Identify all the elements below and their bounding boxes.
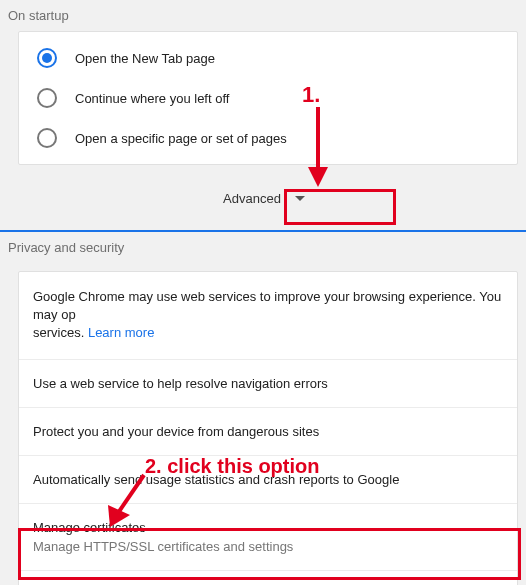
privacy-intro: Google Chrome may use web services to im… — [19, 272, 517, 360]
row-title: Manage certificates — [33, 520, 503, 535]
advanced-label: Advanced — [223, 191, 281, 206]
privacy-row-manage-certificates[interactable]: Manage certificates Manage HTTPS/SSL cer… — [19, 504, 517, 571]
privacy-row-usage-stats[interactable]: Automatically send usage statistics and … — [19, 456, 517, 504]
section-header-startup: On startup — [0, 0, 526, 31]
row-title: Automatically send usage statistics and … — [33, 472, 399, 487]
privacy-row-content-settings[interactable]: Content settings Control what informatio… — [19, 571, 517, 585]
privacy-intro-text-2: services. — [33, 325, 88, 340]
advanced-bar: Advanced — [0, 165, 526, 230]
row-subtitle: Manage HTTPS/SSL certificates and settin… — [33, 539, 503, 554]
radio-option-new-tab[interactable]: Open the New Tab page — [19, 38, 517, 78]
radio-option-continue[interactable]: Continue where you left off — [19, 78, 517, 118]
radio-icon — [37, 48, 57, 68]
privacy-intro-text-1: Google Chrome may use web services to im… — [33, 289, 501, 322]
radio-label: Open a specific page or set of pages — [75, 131, 287, 146]
chevron-down-icon — [295, 196, 305, 201]
radio-label: Continue where you left off — [75, 91, 229, 106]
section-header-privacy: Privacy and security — [0, 232, 526, 263]
startup-card: Open the New Tab page Continue where you… — [18, 31, 518, 165]
radio-label: Open the New Tab page — [75, 51, 215, 66]
learn-more-link[interactable]: Learn more — [88, 325, 154, 340]
advanced-button[interactable]: Advanced — [207, 183, 319, 214]
privacy-card: Google Chrome may use web services to im… — [18, 271, 518, 585]
radio-option-specific-pages[interactable]: Open a specific page or set of pages — [19, 118, 517, 158]
row-title: Protect you and your device from dangero… — [33, 424, 319, 439]
privacy-row-nav-errors[interactable]: Use a web service to help resolve naviga… — [19, 360, 517, 408]
radio-icon — [37, 88, 57, 108]
row-title: Use a web service to help resolve naviga… — [33, 376, 328, 391]
privacy-row-protect[interactable]: Protect you and your device from dangero… — [19, 408, 517, 456]
radio-icon — [37, 128, 57, 148]
